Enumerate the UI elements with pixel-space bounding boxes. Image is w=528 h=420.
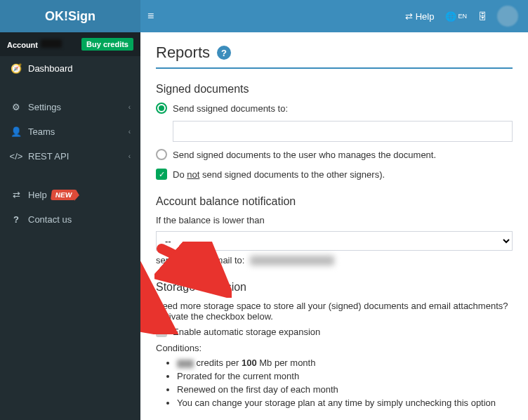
- radio-send-to-manager[interactable]: Send signed documents to the user who ma…: [156, 149, 513, 160]
- help-icon: ⇄: [10, 190, 22, 199]
- main: ≡ ⇄ Help 🌐 EN 🗄 Reports ? Signe: [140, 0, 528, 420]
- sidebar-item-label: Help: [28, 190, 47, 200]
- section-storage: Storage extension Need more storage spac…: [156, 281, 513, 408]
- account-label: Account: [7, 41, 38, 49]
- sidebar-item-dashboard[interactable]: 🧭 Dashboard: [0, 56, 140, 81]
- radio-icon[interactable]: [156, 103, 167, 114]
- sidebar-item-label: Settings: [28, 102, 61, 112]
- radio-send-to[interactable]: Send ssigned documents to:: [156, 103, 513, 114]
- page-title-row: Reports ?: [156, 44, 513, 62]
- credits-redacted: [177, 360, 194, 368]
- condition-item: Prorated for the current month: [177, 371, 513, 381]
- chevron-icon: ‹: [128, 128, 131, 136]
- gear-icon: ⚙: [10, 103, 22, 112]
- archive-icon: 🗄: [478, 12, 487, 21]
- sidebar-item-rest-api[interactable]: </> REST API ‹: [0, 144, 140, 169]
- chevron-icon: ‹: [128, 152, 131, 160]
- checkbox-icon[interactable]: [156, 326, 167, 337]
- section-heading: Account balance notification: [156, 195, 513, 208]
- sidebar-item-label: Teams: [28, 126, 55, 137]
- conditions-list: credits per 100 Mb per month Prorated fo…: [177, 357, 513, 408]
- send-to-input[interactable]: [173, 121, 513, 142]
- balance-threshold-select[interactable]: --: [156, 231, 513, 251]
- condition-item: You can change your storage plan at any …: [177, 398, 513, 408]
- topbar-language[interactable]: 🌐 EN: [445, 12, 467, 21]
- sidebar-item-teams[interactable]: 👤 Teams ‹: [0, 119, 140, 144]
- radio-icon[interactable]: [156, 149, 167, 160]
- page-title: Reports: [156, 44, 210, 62]
- nav: 🧭 Dashboard ⚙ Settings ‹ 👤 Teams ‹ </> R…: [0, 56, 140, 232]
- logo: OK!Sign: [0, 0, 140, 32]
- user-icon: 👤: [10, 127, 22, 136]
- sidebar-item-label: REST API: [28, 151, 69, 162]
- radio-label: Send signed documents to the user who ma…: [173, 150, 436, 160]
- sidebar-item-settings[interactable]: ⚙ Settings ‹: [0, 95, 140, 119]
- checkbox-do-not-send[interactable]: ✓ Do not send signed documents to the ot…: [156, 169, 513, 180]
- sidebar-item-label: Dashboard: [28, 63, 73, 74]
- globe-icon: 🌐: [445, 12, 456, 21]
- section-heading: Storage extension: [156, 281, 513, 294]
- checkbox-label: Enable automatic storage expansion: [173, 327, 320, 337]
- hamburger-icon[interactable]: ≡: [147, 11, 154, 22]
- storage-desc: Need more storage space to store all you…: [156, 301, 513, 322]
- topbar-help[interactable]: ⇄ Help: [405, 12, 435, 21]
- condition-item: Renewed on the first day of each month: [177, 384, 513, 395]
- condition-item: credits per 100 Mb per month: [177, 357, 513, 368]
- chevron-icon: ‹: [128, 103, 131, 111]
- page-help-icon[interactable]: ?: [217, 46, 231, 60]
- checkbox-label: Do not send signed documents to the othe…: [173, 169, 385, 180]
- topbar: ≡ ⇄ Help 🌐 EN 🗄: [140, 0, 528, 32]
- section-heading: Signed documents: [156, 83, 513, 96]
- account-name-redacted: [41, 39, 62, 48]
- sidebar: OK!Sign Account Buy credits 🧭 Dashboard …: [0, 0, 140, 420]
- content: Reports ? Signed documents Send ssigned …: [140, 32, 528, 420]
- question-icon: ?: [10, 215, 22, 224]
- balance-email-redacted: [250, 256, 334, 265]
- dashboard-icon: 🧭: [10, 64, 22, 73]
- sidebar-item-label: Contact us: [28, 214, 72, 225]
- avatar[interactable]: [497, 6, 518, 27]
- new-badge: NEW: [51, 190, 77, 200]
- balance-label: If the balance is lower than: [156, 215, 513, 225]
- help-menu-icon: ⇄: [405, 12, 413, 21]
- buy-credits-button[interactable]: Buy credits: [81, 38, 133, 51]
- radio-label: Send ssigned documents to:: [173, 103, 288, 114]
- topbar-archive[interactable]: 🗄: [478, 12, 487, 21]
- code-icon: </>: [10, 152, 22, 161]
- section-signed-documents: Signed documents Send ssigned documents …: [156, 83, 513, 180]
- sidebar-item-help[interactable]: ⇄ Help NEW: [0, 183, 140, 207]
- checkbox-auto-storage[interactable]: Enable automatic storage expansion: [156, 326, 513, 337]
- accent-rule: [156, 67, 513, 69]
- balance-email-row: send a daily e-mail to:: [156, 255, 513, 265]
- checkbox-icon[interactable]: ✓: [156, 169, 167, 180]
- account-row: Account Buy credits: [0, 32, 140, 56]
- section-balance: Account balance notification If the bala…: [156, 195, 513, 265]
- conditions-label: Conditions:: [156, 343, 513, 353]
- sidebar-item-contact[interactable]: ? Contact us: [0, 207, 140, 232]
